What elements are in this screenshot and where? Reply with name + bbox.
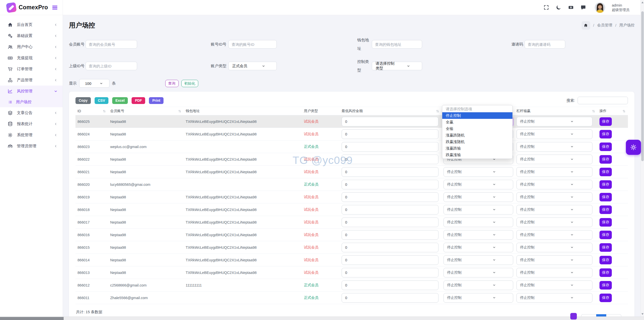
export-excel-button[interactable]: Excel bbox=[112, 97, 128, 104]
control-select[interactable]: 停止控制 bbox=[444, 268, 513, 277]
wallet-address-input[interactable] bbox=[372, 40, 422, 49]
min-risk-input[interactable] bbox=[342, 142, 438, 152]
lever-select[interactable]: 停止控制 bbox=[516, 117, 592, 126]
dropdown-option[interactable]: 跌赢涨输 bbox=[442, 152, 512, 158]
lever-select[interactable]: 停止控制 bbox=[516, 205, 592, 215]
save-button[interactable]: 保存 bbox=[599, 256, 612, 264]
lever-select[interactable]: 停止控制 bbox=[516, 268, 592, 277]
horizontal-scrollbar-thumb[interactable] bbox=[0, 317, 64, 320]
lever-select[interactable]: 停止控制 bbox=[516, 280, 592, 290]
min-risk-input[interactable] bbox=[342, 117, 438, 126]
sidebar-item[interactable]: 订单管理 bbox=[0, 63, 63, 75]
vertical-scrollbar[interactable] bbox=[640, 0, 644, 316]
column-header[interactable]: ID bbox=[75, 109, 108, 113]
save-button[interactable]: 保存 bbox=[599, 294, 612, 302]
export-csv-button[interactable]: CSV bbox=[95, 97, 108, 104]
sidebar-item[interactable]: 风控管理 bbox=[0, 86, 63, 97]
dropdown-option[interactable]: 涨赢跌输 bbox=[442, 145, 512, 152]
breadcrumb-home-icon[interactable] bbox=[582, 21, 590, 30]
chat-icon[interactable] bbox=[580, 5, 586, 10]
column-header[interactable]: 最低风控金额 bbox=[340, 109, 441, 113]
settings-fab[interactable] bbox=[626, 140, 641, 155]
control-select[interactable]: 停止控制 bbox=[444, 205, 513, 215]
sidebar-item[interactable]: 管理员管理 bbox=[0, 140, 63, 152]
min-risk-input[interactable] bbox=[342, 230, 438, 240]
export-print-button[interactable]: Print bbox=[149, 97, 164, 104]
sidebar-item[interactable]: 基础设置 bbox=[0, 30, 63, 41]
lever-select[interactable]: 停止控制 bbox=[516, 293, 592, 303]
save-button[interactable]: 保存 bbox=[599, 218, 612, 227]
lever-select[interactable]: 停止控制 bbox=[516, 255, 592, 265]
save-button[interactable]: 保存 bbox=[599, 281, 612, 290]
breadcrumb-item[interactable]: 用户场控 bbox=[619, 23, 634, 28]
save-button[interactable]: 保存 bbox=[599, 193, 612, 201]
save-button[interactable]: 保存 bbox=[599, 231, 612, 239]
control-select[interactable]: 停止控制 bbox=[444, 293, 513, 303]
dropdown-option[interactable]: 涨赢跌随机 bbox=[442, 132, 512, 138]
sidebar-subitem[interactable]: 用户场控 bbox=[0, 97, 63, 107]
min-risk-input[interactable] bbox=[342, 180, 438, 189]
reset-button[interactable]: 初始化 bbox=[181, 80, 198, 87]
min-risk-input[interactable] bbox=[342, 255, 438, 265]
control-select[interactable]: 停止控制 bbox=[444, 243, 513, 252]
export-pdf-button[interactable]: PDF bbox=[132, 97, 145, 104]
control-select[interactable]: 停止控制 bbox=[444, 255, 513, 265]
control-select[interactable]: 停止控制 bbox=[444, 230, 513, 240]
min-risk-input[interactable] bbox=[342, 293, 438, 303]
scroll-down-arrow-icon[interactable] bbox=[641, 313, 643, 315]
account-type-select[interactable]: 正式会员 bbox=[228, 62, 277, 70]
parent-id-input[interactable] bbox=[86, 62, 137, 70]
save-button[interactable]: 保存 bbox=[599, 205, 612, 214]
dropdown-option[interactable]: 跌赢涨随机 bbox=[442, 138, 512, 145]
query-button[interactable]: 查询 bbox=[165, 80, 179, 87]
sidebar-item[interactable]: 系统管理 bbox=[0, 129, 63, 140]
min-risk-input[interactable] bbox=[342, 167, 438, 177]
save-button[interactable]: 保存 bbox=[599, 168, 612, 176]
save-button[interactable]: 保存 bbox=[599, 155, 612, 164]
invite-code-input[interactable] bbox=[525, 40, 565, 49]
floating-mini-button[interactable] bbox=[570, 313, 577, 319]
sidebar-item[interactable]: 后台首页 bbox=[0, 19, 63, 30]
user-info[interactable]: admin 超级管理员 bbox=[612, 3, 629, 12]
column-header[interactable]: 会员账号 bbox=[108, 109, 184, 113]
fullscreen-icon[interactable] bbox=[543, 5, 549, 10]
export-copy-button[interactable]: Copy bbox=[75, 97, 91, 104]
page-size-select[interactable]: 100 bbox=[79, 79, 109, 88]
breadcrumb-item[interactable]: 会员管理 bbox=[597, 23, 612, 28]
column-header[interactable]: 用户类型 bbox=[302, 109, 340, 113]
sidebar-item[interactable]: 文章公告 bbox=[0, 107, 63, 118]
min-risk-input[interactable] bbox=[342, 280, 438, 290]
lever-select[interactable]: 停止控制 bbox=[516, 230, 592, 240]
min-risk-input[interactable] bbox=[342, 268, 438, 277]
account-id-input[interactable] bbox=[228, 40, 277, 49]
save-button[interactable]: 保存 bbox=[599, 117, 612, 126]
lever-select[interactable]: 停止控制 bbox=[516, 192, 592, 202]
min-risk-input[interactable] bbox=[342, 155, 438, 164]
control-select[interactable]: 停止控制 bbox=[444, 280, 513, 290]
dropdown-option[interactable]: 全赢 bbox=[442, 119, 512, 125]
lever-select[interactable]: 停止控制 bbox=[516, 155, 592, 164]
column-header[interactable]: 杠杆输赢 bbox=[514, 109, 597, 113]
column-header[interactable]: 钱包地址 bbox=[184, 109, 302, 113]
scroll-up-arrow-icon[interactable] bbox=[641, 2, 643, 3]
sidebar-item[interactable]: 产品管理 bbox=[0, 75, 63, 86]
control-type-select[interactable]: 请选择控制类型 bbox=[372, 62, 422, 70]
control-select[interactable]: 停止控制 bbox=[444, 167, 513, 177]
save-button[interactable]: 保存 bbox=[599, 243, 612, 252]
control-select[interactable]: 停止控制 bbox=[444, 192, 513, 202]
lever-select[interactable]: 停止控制 bbox=[516, 218, 592, 227]
control-select[interactable]: 停止控制 bbox=[444, 218, 513, 227]
vertical-scrollbar-thumb[interactable] bbox=[641, 11, 644, 161]
moon-icon[interactable] bbox=[556, 5, 561, 10]
save-button[interactable]: 保存 bbox=[599, 143, 612, 151]
save-button[interactable]: 保存 bbox=[599, 268, 612, 277]
lever-select[interactable]: 停止控制 bbox=[516, 243, 592, 252]
min-risk-input[interactable] bbox=[342, 205, 438, 215]
min-risk-input[interactable] bbox=[342, 243, 438, 252]
column-header[interactable]: 操作 bbox=[597, 109, 628, 113]
hamburger-icon[interactable] bbox=[52, 4, 58, 11]
lever-select[interactable]: 停止控制 bbox=[516, 129, 592, 139]
sidebar-item[interactable]: 充值提现 bbox=[0, 52, 63, 63]
table-search-input[interactable] bbox=[578, 97, 628, 104]
lever-select[interactable]: 停止控制 bbox=[516, 180, 592, 189]
